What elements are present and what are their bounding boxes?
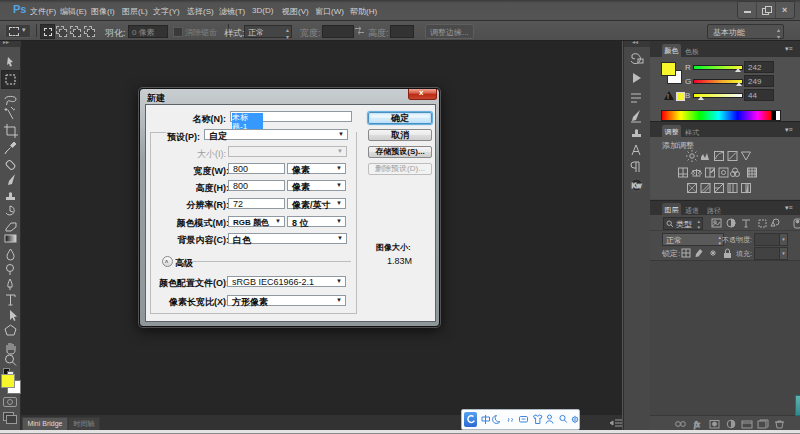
svg-text:!: ! [667,93,669,100]
svg-text:Kw: Kw [632,182,643,189]
